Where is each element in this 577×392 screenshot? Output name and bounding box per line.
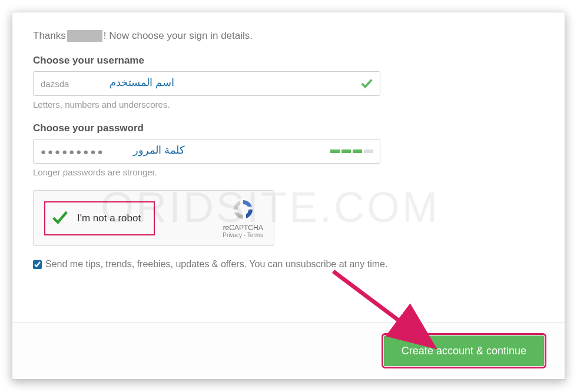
checkmark-icon xyxy=(360,77,373,92)
password-field-wrap: كلمة المرور xyxy=(33,139,380,164)
recaptcha-links[interactable]: Privacy - Terms xyxy=(223,232,263,238)
redacted-name xyxy=(67,30,102,42)
password-label: Choose your password xyxy=(33,122,544,134)
form-content: Thanks ! Now choose your sign in details… xyxy=(33,30,544,322)
recaptcha-label: I'm not a robot xyxy=(77,212,141,224)
create-account-button[interactable]: Create account & continue xyxy=(384,335,544,366)
recaptcha-brand-text: reCAPTCHA xyxy=(223,224,263,232)
greeting-prefix: Thanks xyxy=(33,30,66,42)
greeting-suffix: ! Now choose your sign in details. xyxy=(104,30,253,42)
form-footer: Create account & continue xyxy=(12,322,565,379)
username-input[interactable] xyxy=(33,71,380,96)
marketing-optin-label: Send me tips, trends, freebies, updates … xyxy=(45,259,387,270)
password-input[interactable] xyxy=(33,139,380,164)
greeting-text: Thanks ! Now choose your sign in details… xyxy=(33,30,544,42)
signup-form-panel: Thanks ! Now choose your sign in details… xyxy=(12,12,565,380)
recaptcha-logo-icon xyxy=(231,215,255,222)
recaptcha-brand: reCAPTCHA Privacy - Terms xyxy=(223,198,263,238)
username-field-wrap: اسم المستخدم xyxy=(33,71,380,96)
username-label: Choose your username xyxy=(33,55,544,67)
password-strength-meter xyxy=(330,150,373,153)
recaptcha-widget[interactable]: I'm not a robot reCAPTCHA Privacy - Term… xyxy=(33,190,274,246)
checkmark-icon xyxy=(51,208,69,228)
marketing-optin-checkbox[interactable] xyxy=(33,260,42,269)
password-hint: Longer passwords are stronger. xyxy=(33,167,544,177)
username-hint: Letters, numbers and underscores. xyxy=(33,99,544,109)
recaptcha-checkbox-area[interactable]: I'm not a robot xyxy=(44,201,155,235)
marketing-optin-row: Send me tips, trends, freebies, updates … xyxy=(33,259,544,270)
